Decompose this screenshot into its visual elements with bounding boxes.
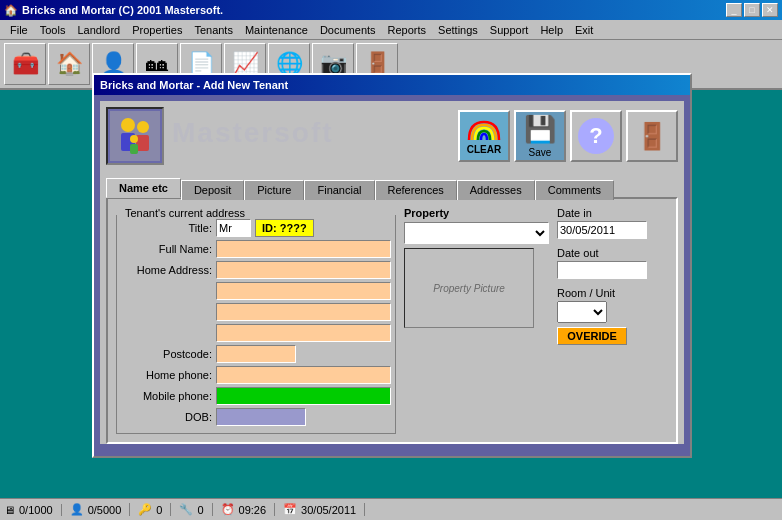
room-select[interactable] [557, 301, 607, 323]
svg-point-5 [130, 135, 138, 143]
homeaddress-input-4[interactable] [216, 324, 391, 342]
tab-name-etc[interactable]: Name etc [106, 178, 181, 198]
property-label: Property [404, 207, 549, 219]
svg-point-3 [137, 121, 149, 133]
menu-help[interactable]: Help [534, 23, 569, 37]
room-unit-group: Room / Unit OVERIDE [557, 287, 668, 345]
menu-support[interactable]: Support [484, 23, 535, 37]
toolbar-btn-2[interactable]: 🏠 [48, 43, 90, 85]
menu-settings[interactable]: Settings [432, 23, 484, 37]
maintenance-icon: 🔧 [179, 503, 193, 516]
menu-reports[interactable]: Reports [382, 23, 433, 37]
status-maintenance: 🔧 0 [179, 503, 212, 516]
menu-tenants[interactable]: Tenants [188, 23, 239, 37]
date-out-label: Date out [557, 247, 668, 259]
date-in-label: Date in [557, 207, 668, 219]
help-button[interactable]: ? [570, 110, 622, 162]
group-label: Tenant's current address [123, 207, 247, 219]
menu-properties[interactable]: Properties [126, 23, 188, 37]
dob-input[interactable] [216, 408, 306, 426]
status-time: ⏰ 09:26 [221, 503, 276, 516]
dates-panel: Date in Date out Room / Unit OVERIDE [557, 207, 668, 434]
menu-maintenance[interactable]: Maintenance [239, 23, 314, 37]
tab-content: Tenant's current address Title: ID: ????… [106, 197, 678, 444]
tenants-icon: 👤 [70, 503, 84, 516]
homeaddress-label: Home Address: [121, 264, 216, 276]
watermark: Mastersoft [172, 107, 458, 165]
tab-comments[interactable]: Comments [535, 180, 614, 200]
title-label: Title: [121, 222, 216, 234]
status-date: 📅 30/05/2011 [283, 503, 365, 516]
date-in-input[interactable] [557, 221, 647, 239]
fullname-row: Full Name: [121, 240, 391, 258]
date-icon: 📅 [283, 503, 297, 516]
dialog-titlebar: Bricks and Mortar - Add New Tenant [94, 75, 690, 95]
tab-references[interactable]: References [375, 180, 457, 200]
homeaddress-input-1[interactable] [216, 261, 391, 279]
tab-deposit[interactable]: Deposit [181, 180, 244, 200]
svg-point-1 [121, 118, 135, 132]
dob-label: DOB: [121, 411, 216, 423]
keys-icon: 🔑 [138, 503, 152, 516]
time-icon: ⏰ [221, 503, 235, 516]
homephone-row: Home phone: [121, 366, 391, 384]
mobilephone-input[interactable] [216, 387, 391, 405]
menu-landlord[interactable]: Landlord [71, 23, 126, 37]
menu-tools[interactable]: Tools [34, 23, 72, 37]
help-icon: ? [578, 118, 614, 154]
tab-bar: Name etc Deposit Picture Financial Refer… [100, 177, 684, 197]
clear-label: CLEAR [467, 144, 501, 155]
room-label: Room / Unit [557, 287, 668, 299]
app-icon: 🏠 [4, 4, 18, 17]
fullname-label: Full Name: [121, 243, 216, 255]
maximize-button[interactable]: □ [744, 3, 760, 17]
menu-file[interactable]: File [4, 23, 34, 37]
date-out-input[interactable] [557, 261, 647, 279]
close-button[interactable]: ✕ [762, 3, 778, 17]
statusbar: 🖥 0/1000 👤 0/5000 🔑 0 🔧 0 ⏰ 09:26 📅 30/0… [0, 498, 782, 520]
toolbar-btn-1[interactable]: 🧰 [4, 43, 46, 85]
homephone-label: Home phone: [121, 369, 216, 381]
property-select[interactable] [404, 222, 549, 244]
svg-rect-6 [130, 144, 138, 154]
property-picture: Property Picture [404, 248, 534, 328]
title-input[interactable] [216, 219, 251, 237]
dialog-logo [106, 107, 164, 165]
date-in-group: Date in [557, 207, 668, 239]
postcode-input[interactable] [216, 345, 296, 363]
window-controls: _ □ ✕ [726, 3, 778, 17]
records-icon: 🖥 [4, 504, 15, 516]
status-records: 🖥 0/1000 [4, 504, 62, 516]
dialog-add-tenant: Bricks and Mortar - Add New Tenant [92, 73, 692, 458]
postcode-label: Postcode: [121, 348, 216, 360]
status-tenants: 👤 0/5000 [70, 503, 131, 516]
homeaddress-input-3[interactable] [216, 303, 391, 321]
id-badge: ID: ???? [255, 219, 314, 237]
tab-picture[interactable]: Picture [244, 180, 304, 200]
mobilephone-label: Mobile phone: [121, 390, 216, 402]
window-title: Bricks and Mortar (C) 2001 Mastersoft. [22, 4, 223, 16]
minimize-button[interactable]: _ [726, 3, 742, 17]
homeaddress-row2 [121, 282, 391, 300]
title-row: Title: ID: ???? [121, 219, 391, 237]
save-label: Save [529, 147, 552, 158]
tab-financial[interactable]: Financial [304, 180, 374, 200]
dob-row: DOB: [121, 408, 391, 426]
fullname-input[interactable] [216, 240, 391, 258]
homeaddress-input-2[interactable] [216, 282, 391, 300]
homeaddress-row4 [121, 324, 391, 342]
menu-exit[interactable]: Exit [569, 23, 599, 37]
tenant-form: Tenant's current address Title: ID: ????… [116, 207, 396, 434]
exit-button[interactable]: 🚪 [626, 110, 678, 162]
homephone-input[interactable] [216, 366, 391, 384]
menu-documents[interactable]: Documents [314, 23, 382, 37]
tab-addresses[interactable]: Addresses [457, 180, 535, 200]
window-titlebar: 🏠 Bricks and Mortar (C) 2001 Mastersoft.… [0, 0, 782, 20]
save-button[interactable]: 💾 Save [514, 110, 566, 162]
property-panel: Property Property Picture [404, 207, 549, 434]
menubar: File Tools Landlord Properties Tenants M… [0, 20, 782, 40]
homeaddress-row3 [121, 303, 391, 321]
dialog-title: Bricks and Mortar - Add New Tenant [100, 79, 288, 91]
clear-button[interactable]: CLEAR [458, 110, 510, 162]
override-button[interactable]: OVERIDE [557, 327, 627, 345]
